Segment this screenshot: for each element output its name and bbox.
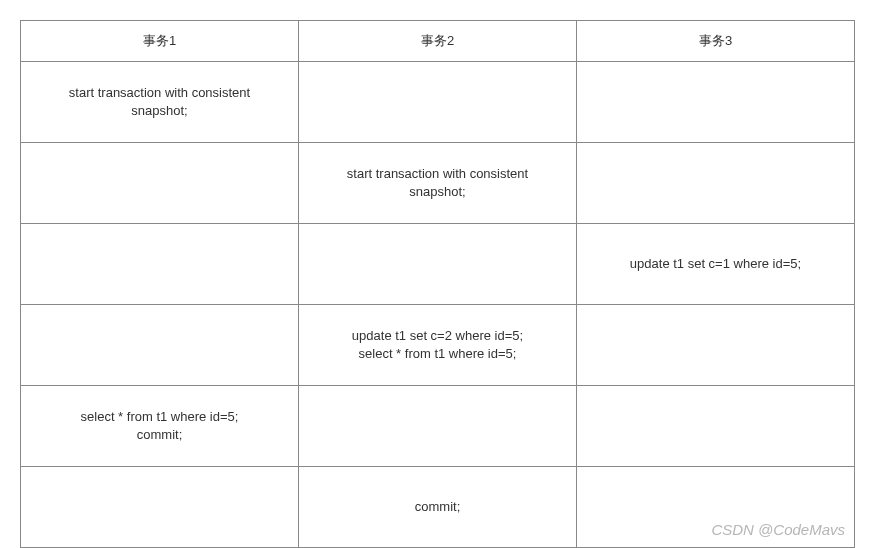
transaction-table: 事务1 事务2 事务3 start transaction with consi… (20, 20, 855, 548)
table-cell: commit; (299, 467, 577, 548)
table-cell (577, 62, 855, 143)
table-cell (577, 386, 855, 467)
table-cell (21, 224, 299, 305)
table-cell: select * from t1 where id=5;commit; (21, 386, 299, 467)
cell-text: start transaction with consistent (29, 84, 290, 102)
table-cell: start transaction with consistentsnapsho… (21, 62, 299, 143)
table-cell (577, 143, 855, 224)
table-cell: start transaction with consistentsnapsho… (299, 143, 577, 224)
table-cell (299, 224, 577, 305)
table-cell (21, 467, 299, 548)
table-row: commit; (21, 467, 855, 548)
table-row: select * from t1 where id=5;commit; (21, 386, 855, 467)
table-cell (299, 386, 577, 467)
table-row: update t1 set c=2 where id=5;select * fr… (21, 305, 855, 386)
table-cell (577, 467, 855, 548)
table-cell (577, 305, 855, 386)
cell-text: commit; (307, 498, 568, 516)
table-cell (21, 143, 299, 224)
table-row: start transaction with consistentsnapsho… (21, 62, 855, 143)
table-row: start transaction with consistentsnapsho… (21, 143, 855, 224)
header-col-3: 事务3 (577, 21, 855, 62)
cell-text: start transaction with consistent (307, 165, 568, 183)
cell-text: snapshot; (29, 102, 290, 120)
table-cell: update t1 set c=1 where id=5; (577, 224, 855, 305)
table-cell (299, 62, 577, 143)
cell-text: update t1 set c=2 where id=5; (307, 327, 568, 345)
header-col-1: 事务1 (21, 21, 299, 62)
cell-text: commit; (29, 426, 290, 444)
cell-text: update t1 set c=1 where id=5; (585, 255, 846, 273)
cell-text: select * from t1 where id=5; (29, 408, 290, 426)
table-row: update t1 set c=1 where id=5; (21, 224, 855, 305)
table-body: start transaction with consistentsnapsho… (21, 62, 855, 548)
table-cell (21, 305, 299, 386)
header-col-2: 事务2 (299, 21, 577, 62)
cell-text: select * from t1 where id=5; (307, 345, 568, 363)
table-cell: update t1 set c=2 where id=5;select * fr… (299, 305, 577, 386)
cell-text: snapshot; (307, 183, 568, 201)
header-row: 事务1 事务2 事务3 (21, 21, 855, 62)
